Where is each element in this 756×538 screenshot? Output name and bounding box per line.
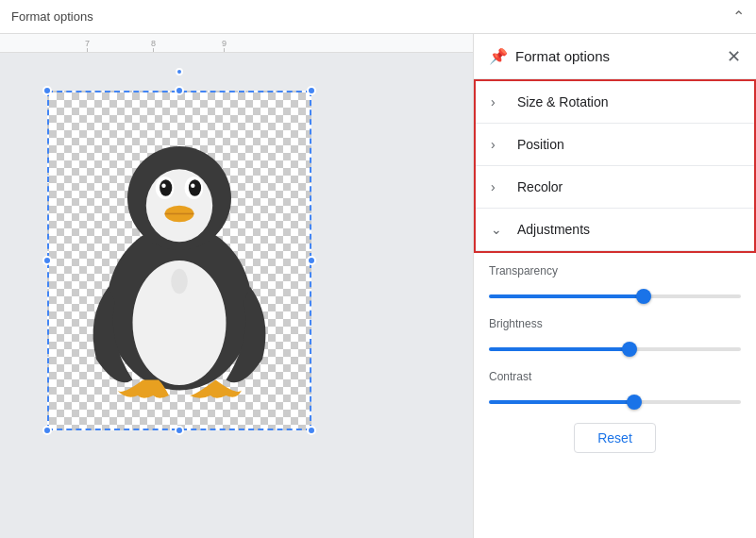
position-label: Position: [517, 137, 564, 152]
handle-mid-right[interactable]: [307, 256, 316, 265]
image-background: [47, 91, 311, 430]
recolor-header[interactable]: › Recolor: [476, 166, 754, 208]
chevron-right-icon-2: ›: [491, 137, 506, 152]
accordion-adjustments: ⌄ Adjustments: [476, 209, 754, 251]
transparency-slider[interactable]: [489, 294, 741, 298]
sidebar-header: 📌 Format options ✕: [474, 34, 756, 79]
position-header[interactable]: › Position: [476, 124, 754, 165]
handle-top-left[interactable]: [42, 86, 52, 95]
ruler-tick-9: 9: [222, 39, 227, 48]
handle-top-center[interactable]: [175, 86, 184, 95]
close-button[interactable]: ✕: [727, 48, 741, 65]
svg-point-9: [191, 184, 194, 188]
collapse-button[interactable]: ⌃: [732, 8, 745, 25]
ruler-tick-8: 8: [151, 39, 156, 48]
transparency-group: Transparency: [489, 264, 741, 302]
handle-top-right[interactable]: [307, 86, 316, 95]
accordion-recolor: › Recolor: [476, 166, 754, 209]
rotation-handle[interactable]: [176, 68, 183, 76]
adjustments-header[interactable]: ⌄ Adjustments: [476, 209, 754, 250]
canvas-content: [0, 53, 473, 538]
pin-icon: 📌: [489, 47, 508, 65]
brightness-label: Brightness: [489, 317, 741, 330]
top-bar-title: Format options: [11, 9, 93, 24]
adjustments-content: Transparency Brightness Contrast Reset: [474, 253, 756, 472]
handle-bottom-left[interactable]: [42, 426, 52, 435]
size-rotation-header[interactable]: › Size & Rotation: [476, 81, 754, 123]
chevron-right-icon: ›: [491, 94, 506, 109]
ruler: 7 8 9: [0, 34, 473, 53]
brightness-slider[interactable]: [489, 347, 741, 351]
svg-point-8: [189, 179, 201, 196]
main-content: 7 8 9: [0, 34, 756, 538]
image-container[interactable]: [47, 91, 311, 430]
svg-point-6: [161, 184, 165, 188]
handle-bottom-center[interactable]: [175, 426, 184, 435]
accordion-size-rotation: › Size & Rotation: [476, 81, 754, 124]
chevron-down-icon: ⌄: [491, 222, 506, 237]
svg-point-5: [160, 179, 172, 196]
size-rotation-label: Size & Rotation: [517, 94, 609, 109]
recolor-label: Recolor: [517, 179, 563, 194]
contrast-slider[interactable]: [489, 400, 741, 404]
contrast-group: Contrast: [489, 370, 741, 408]
ruler-tick-7: 7: [85, 39, 90, 48]
sidebar-title: Format options: [515, 48, 610, 64]
chevron-right-icon-3: ›: [491, 179, 506, 194]
accordion-position: › Position: [476, 124, 754, 166]
reset-button[interactable]: Reset: [574, 423, 656, 453]
svg-point-12: [171, 269, 188, 294]
brightness-group: Brightness: [489, 317, 741, 355]
penguin-image: [76, 119, 283, 402]
canvas-area: 7 8 9: [0, 34, 473, 538]
sidebar-header-left: 📌 Format options: [489, 47, 610, 65]
top-bar: Format options ⌃: [0, 0, 756, 34]
sidebar: 📌 Format options ✕ › Size & Rotation › P…: [473, 34, 756, 538]
adjustments-label: Adjustments: [517, 222, 590, 237]
highlighted-sections: › Size & Rotation › Position › Recolor: [474, 79, 756, 253]
contrast-label: Contrast: [489, 370, 741, 383]
handle-bottom-right[interactable]: [307, 426, 316, 435]
handle-mid-left[interactable]: [42, 256, 52, 265]
transparency-label: Transparency: [489, 264, 741, 277]
